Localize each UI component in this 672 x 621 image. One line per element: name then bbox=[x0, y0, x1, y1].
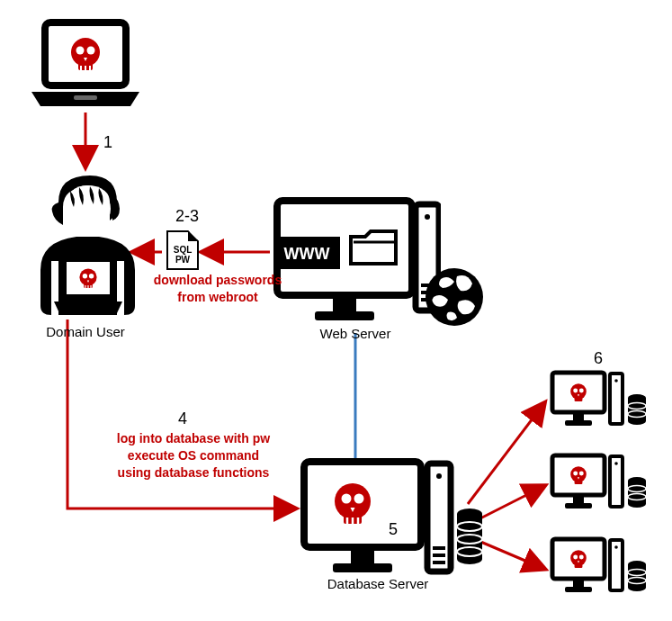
annotation-login: log into database with pw execute OS com… bbox=[99, 430, 288, 482]
domain-user-label: Domain User bbox=[27, 324, 144, 339]
svg-point-64 bbox=[573, 388, 578, 392]
svg-rect-60 bbox=[573, 413, 584, 420]
svg-rect-29 bbox=[315, 311, 374, 320]
step-1: 1 bbox=[103, 133, 112, 152]
small-server-3 bbox=[549, 536, 657, 603]
svg-line-6 bbox=[477, 486, 544, 520]
svg-rect-75 bbox=[565, 503, 592, 508]
svg-point-22 bbox=[83, 274, 87, 278]
svg-rect-63 bbox=[575, 397, 583, 402]
svg-rect-61 bbox=[565, 420, 592, 426]
svg-rect-51 bbox=[433, 554, 445, 557]
domain-user-icon bbox=[27, 171, 144, 324]
web-server-icon: WWW bbox=[270, 194, 441, 328]
laptop-compromised-icon bbox=[27, 18, 144, 112]
svg-rect-74 bbox=[573, 496, 584, 503]
svg-point-49 bbox=[436, 473, 442, 479]
step-4: 4 bbox=[178, 410, 187, 428]
step-6: 6 bbox=[594, 349, 603, 368]
svg-rect-28 bbox=[333, 297, 356, 311]
svg-point-95 bbox=[614, 545, 618, 549]
step-2-3: 2-3 bbox=[175, 207, 199, 226]
svg-point-43 bbox=[342, 494, 352, 504]
svg-point-70 bbox=[628, 418, 646, 425]
svg-rect-52 bbox=[433, 561, 445, 564]
svg-point-78 bbox=[573, 471, 578, 475]
svg-point-84 bbox=[628, 500, 646, 508]
svg-rect-39 bbox=[351, 549, 374, 563]
doc-line1: SQL bbox=[174, 245, 193, 255]
annotation-download: download passwords from webroot bbox=[146, 272, 290, 306]
svg-rect-50 bbox=[433, 546, 445, 550]
doc-line2: PW bbox=[175, 255, 190, 265]
database-server-label: Database Server bbox=[306, 576, 450, 591]
svg-point-12 bbox=[76, 47, 85, 55]
svg-rect-91 bbox=[575, 563, 583, 569]
svg-rect-77 bbox=[575, 480, 583, 485]
svg-rect-88 bbox=[573, 580, 584, 587]
step-5: 5 bbox=[389, 520, 398, 539]
globe-icon bbox=[423, 266, 486, 328]
svg-point-92 bbox=[573, 554, 578, 559]
web-server-label: Web Server bbox=[288, 326, 423, 341]
svg-point-93 bbox=[579, 554, 584, 559]
svg-point-79 bbox=[579, 471, 584, 475]
svg-rect-89 bbox=[565, 587, 592, 592]
document-icon: SQL PW bbox=[166, 230, 199, 270]
svg-point-33 bbox=[425, 214, 430, 220]
svg-point-98 bbox=[628, 584, 646, 591]
small-server-2 bbox=[549, 452, 657, 519]
svg-point-13 bbox=[87, 47, 95, 55]
svg-point-23 bbox=[89, 274, 94, 278]
svg-text:WWW: WWW bbox=[284, 245, 330, 263]
svg-point-67 bbox=[614, 379, 618, 382]
svg-rect-40 bbox=[333, 563, 392, 572]
svg-point-44 bbox=[354, 494, 364, 504]
svg-point-65 bbox=[579, 388, 584, 392]
svg-point-81 bbox=[614, 462, 618, 465]
small-server-1 bbox=[549, 369, 657, 436]
svg-rect-9 bbox=[74, 95, 97, 100]
